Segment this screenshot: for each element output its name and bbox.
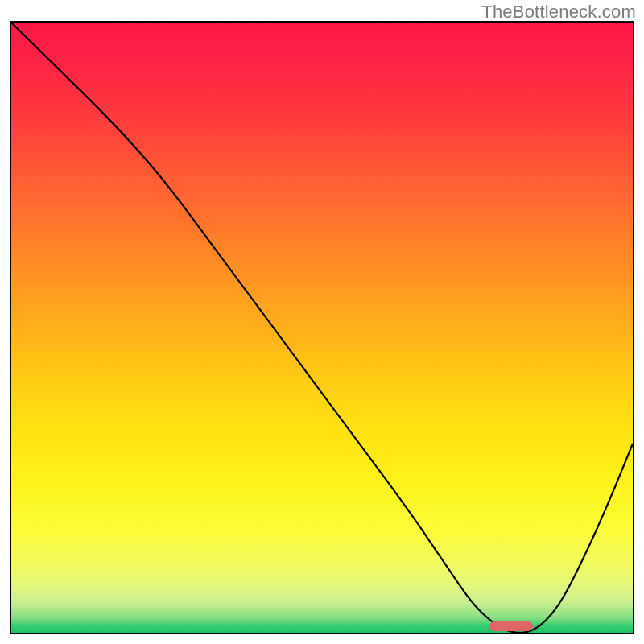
watermark-text: TheBottleneck.com [481,2,636,23]
bottleneck-curve [11,23,633,633]
chart-stage: TheBottleneck.com [0,0,644,644]
optimal-range-marker [489,621,533,631]
chart-frame [10,21,634,634]
